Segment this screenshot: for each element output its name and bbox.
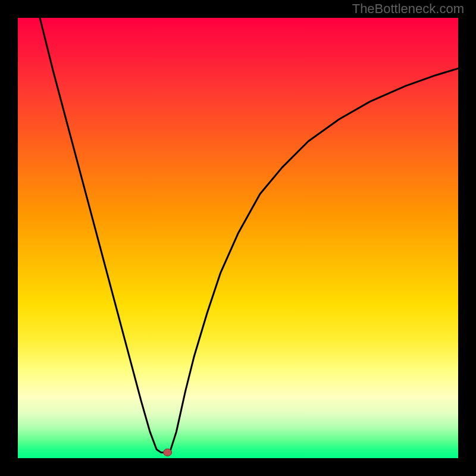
chart-curve-svg	[18, 18, 458, 458]
attribution-text: TheBottleneck.com	[352, 1, 464, 17]
optimal-point-marker	[164, 449, 172, 456]
chart-plot-area	[18, 18, 458, 458]
bottleneck-curve	[40, 18, 458, 452]
